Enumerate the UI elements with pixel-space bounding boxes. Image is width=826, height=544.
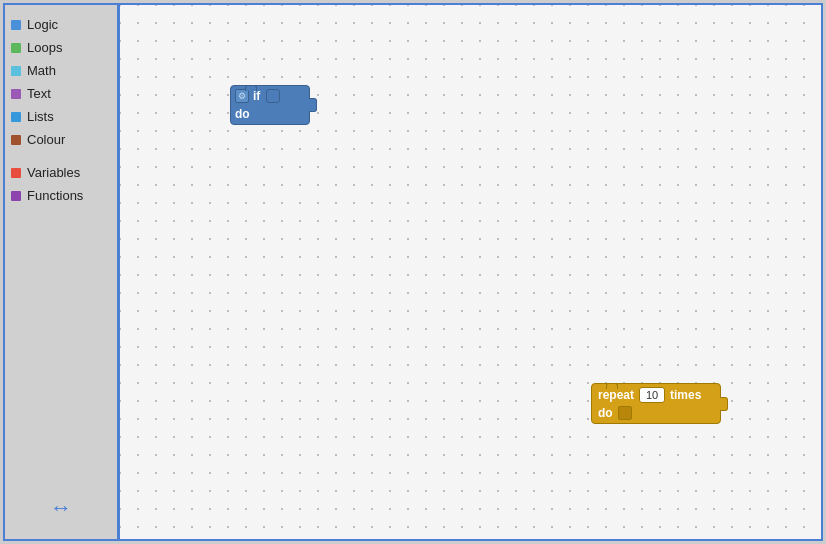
if-block[interactable]: ⚙ if do <box>230 85 310 125</box>
repeat-block-body: repeat 10 times do <box>591 383 721 424</box>
times-label: times <box>670 388 701 402</box>
right-notch <box>309 98 317 112</box>
repeat-value[interactable]: 10 <box>639 387 665 403</box>
sidebar-item-functions[interactable]: Functions <box>5 184 117 207</box>
sidebar-item-label-colour: Colour <box>27 132 65 147</box>
variables-color <box>11 168 21 178</box>
repeat-label: repeat <box>598 388 634 402</box>
sidebar-item-label-text: Text <box>27 86 51 101</box>
sidebar-item-variables[interactable]: Variables <box>5 161 117 184</box>
sidebar-item-colour[interactable]: Colour <box>5 128 117 151</box>
if-label: if <box>253 89 260 103</box>
sidebar: Logic Loops Math Text Lists Colour Varia… <box>5 5 120 539</box>
sidebar-item-loops[interactable]: Loops <box>5 36 117 59</box>
math-color <box>11 66 21 76</box>
if-block-body: ⚙ if do <box>230 85 310 125</box>
do-row: do <box>235 107 303 121</box>
functions-color <box>11 191 21 201</box>
if-row: ⚙ if <box>235 89 303 103</box>
sidebar-item-label-loops: Loops <box>27 40 62 55</box>
gear-icon[interactable]: ⚙ <box>235 89 249 103</box>
logic-color <box>11 20 21 30</box>
repeat-do-label: do <box>598 406 613 420</box>
repeat-do-row: do <box>598 406 712 420</box>
loops-color <box>11 43 21 53</box>
do-label: do <box>235 107 250 121</box>
sidebar-item-label-logic: Logic <box>27 17 58 32</box>
repeat-block[interactable]: repeat 10 times do <box>591 383 721 424</box>
repeat-right-notch <box>720 397 728 411</box>
sidebar-item-logic[interactable]: Logic <box>5 13 117 36</box>
resize-arrow[interactable]: ↔ <box>50 495 72 521</box>
lists-color <box>11 112 21 122</box>
repeat-do-connector <box>618 406 632 420</box>
sidebar-divider <box>5 151 117 161</box>
sidebar-item-math[interactable]: Math <box>5 59 117 82</box>
sidebar-item-label-math: Math <box>27 63 56 78</box>
colour-color <box>11 135 21 145</box>
main-window: Logic Loops Math Text Lists Colour Varia… <box>3 3 823 541</box>
if-connector <box>266 89 280 103</box>
sidebar-item-text[interactable]: Text <box>5 82 117 105</box>
sidebar-item-label-functions: Functions <box>27 188 83 203</box>
sidebar-item-label-lists: Lists <box>27 109 54 124</box>
text-color <box>11 89 21 99</box>
sidebar-item-label-variables: Variables <box>27 165 80 180</box>
repeat-row: repeat 10 times <box>598 387 712 403</box>
sidebar-item-lists[interactable]: Lists <box>5 105 117 128</box>
canvas-area[interactable]: ⚙ if do repeat 10 times <box>120 5 821 539</box>
